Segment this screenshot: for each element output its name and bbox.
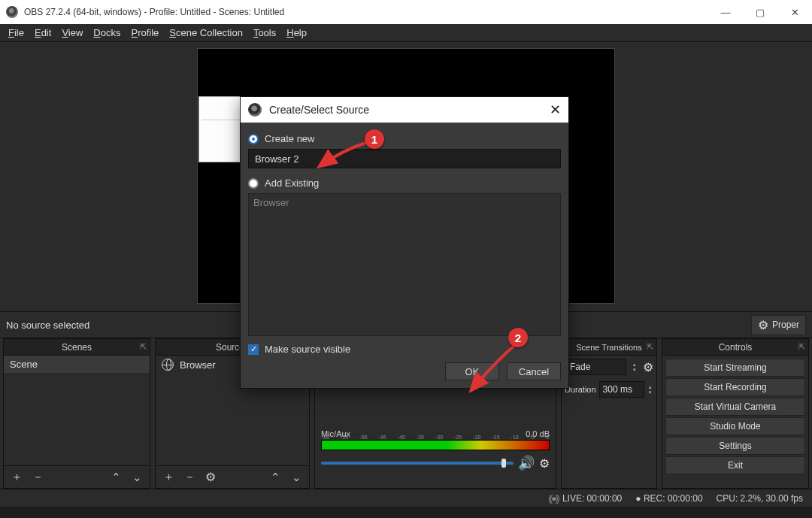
- annotation-badge-2: 2: [508, 328, 528, 347]
- window-title: OBS 27.2.4 (64-bit, windows) - Profile: …: [24, 7, 708, 17]
- window-titlebar: OBS 27.2.4 (64-bit, windows) - Profile: …: [0, 0, 812, 24]
- status-live: LIVE: 00:00:00: [548, 493, 622, 504]
- transition-select[interactable]: Fade: [565, 359, 626, 375]
- studio-mode-button[interactable]: Studio Mode: [665, 417, 805, 435]
- obs-logo-icon: [6, 6, 18, 18]
- popout-icon[interactable]: ⇱: [647, 342, 653, 352]
- menu-profile[interactable]: Profile: [126, 27, 164, 38]
- radio-selected-icon: [248, 134, 259, 144]
- minimize-button[interactable]: —: [708, 0, 743, 24]
- remove-scene-button[interactable]: －: [28, 469, 47, 486]
- remove-source-button[interactable]: －: [180, 469, 199, 486]
- menu-scene-collection[interactable]: Scene Collection: [164, 27, 248, 38]
- scenes-dock: Scenes⇱ Scene ＋ － ⌃ ⌄: [3, 338, 150, 489]
- channel-settings-button[interactable]: ⚙: [539, 456, 550, 471]
- status-cpu: CPU: 2.2%, 30.00 fps: [717, 493, 803, 504]
- existing-source-item[interactable]: Browser: [253, 197, 556, 208]
- create-new-radio[interactable]: Create new: [248, 133, 561, 144]
- controls-title: Controls: [719, 342, 753, 353]
- no-source-label: No source selected: [6, 320, 89, 331]
- settings-button[interactable]: Settings: [665, 437, 805, 455]
- move-source-up-button[interactable]: ⌃: [265, 469, 285, 486]
- menu-help[interactable]: Help: [281, 27, 312, 38]
- radio-unselected-icon: [248, 178, 259, 189]
- controls-dock: Controls⇱ Start Streaming Start Recordin…: [662, 338, 809, 489]
- status-bar: LIVE: 00:00:00 ● REC: 00:00:00 CPU: 2.2%…: [0, 489, 812, 507]
- menu-tools[interactable]: Tools: [248, 27, 281, 38]
- menu-bar: File Edit View Docks Profile Scene Colle…: [0, 24, 812, 42]
- add-source-button[interactable]: ＋: [159, 469, 178, 486]
- duration-label: Duration: [565, 385, 596, 394]
- menu-file[interactable]: File: [3, 27, 29, 38]
- checkbox-checked-icon: ✓: [248, 344, 259, 355]
- start-recording-button[interactable]: Start Recording: [665, 378, 805, 396]
- globe-icon: [162, 359, 174, 371]
- speaker-icon[interactable]: 🔊: [518, 455, 535, 471]
- properties-button[interactable]: ⚙ Proper: [751, 315, 806, 335]
- add-scene-button[interactable]: ＋: [7, 469, 26, 486]
- mixer-channel: Mic/Aux 0.0 dB -60-55-50 -45-40-35 -30-2…: [315, 426, 556, 477]
- transitions-dock: Scene Transitions⇱ Fade ▴▾ ⚙ Duration ▴▾: [561, 338, 657, 489]
- start-streaming-button[interactable]: Start Streaming: [665, 359, 805, 377]
- existing-sources-list[interactable]: Browser: [248, 193, 561, 336]
- transitions-title: Scene Transitions: [576, 343, 641, 352]
- move-scene-up-button[interactable]: ⌃: [106, 469, 126, 486]
- annotation-arrow-2: [465, 340, 523, 398]
- dialog-title: Create/Select Source: [269, 104, 369, 116]
- annotation-badge-1: 1: [365, 129, 384, 149]
- maximize-button[interactable]: ▢: [743, 0, 777, 24]
- menu-view[interactable]: View: [56, 27, 88, 38]
- move-scene-down-button[interactable]: ⌄: [127, 469, 147, 486]
- scene-item[interactable]: Scene: [4, 356, 150, 373]
- move-source-down-button[interactable]: ⌄: [286, 469, 306, 486]
- exit-button[interactable]: Exit: [665, 456, 805, 474]
- dialog-close-button[interactable]: ✕: [550, 101, 561, 118]
- add-existing-radio[interactable]: Add Existing: [248, 177, 561, 189]
- source-settings-button[interactable]: ⚙: [201, 469, 220, 486]
- start-virtual-camera-button[interactable]: Start Virtual Camera: [665, 398, 805, 416]
- popout-icon[interactable]: ⇱: [798, 342, 805, 352]
- source-name-input[interactable]: [248, 149, 561, 168]
- close-button[interactable]: ✕: [777, 0, 812, 24]
- level-meter: -60-55-50 -45-40-35 -30-25-20 -15-10-5 0: [321, 440, 550, 450]
- scenes-title: Scenes: [62, 342, 92, 353]
- status-rec: ● REC: 00:00:00: [635, 493, 702, 504]
- duration-input[interactable]: [599, 381, 644, 398]
- gear-icon: ⚙: [758, 318, 768, 332]
- menu-edit[interactable]: Edit: [29, 27, 56, 38]
- popout-icon[interactable]: ⇱: [140, 342, 147, 352]
- volume-slider[interactable]: [321, 462, 514, 465]
- menu-docks[interactable]: Docks: [88, 27, 126, 38]
- transition-settings-button[interactable]: ⚙: [643, 360, 653, 374]
- obs-logo-icon: [248, 103, 262, 117]
